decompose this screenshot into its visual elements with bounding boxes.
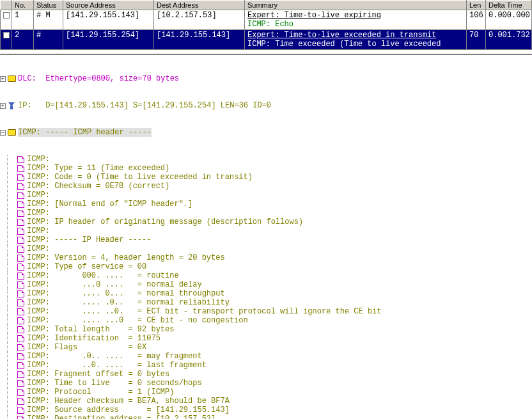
document-icon <box>16 218 25 226</box>
document-icon <box>16 415 25 419</box>
decode-line[interactable]: ICMP: IP header of originating message (… <box>0 217 532 226</box>
cell-no: 2 <box>12 30 34 50</box>
cell-checkbox[interactable] <box>1 30 12 50</box>
filter-icon <box>7 102 16 109</box>
decode-line-text: ICMP: Protocol = 1 (ICMP) <box>27 388 174 397</box>
decode-line-text: ICMP: ...0 .... = normal delay <box>27 280 202 289</box>
decode-line[interactable]: ICMP: .... ...0 = CE bit - no congestion <box>0 316 532 325</box>
col-dst[interactable]: Dest Address <box>154 1 245 10</box>
decode-line[interactable]: ICMP: Checksum = 0E7B (correct) <box>0 182 532 191</box>
cell-len: 106 <box>467 10 486 30</box>
decode-line[interactable]: ICMP: ----- IP Header ----- <box>0 235 532 244</box>
decode-line[interactable]: ICMP: Source address = [141.29.155.143] <box>0 406 532 415</box>
document-icon <box>16 397 25 405</box>
expand-icon[interactable]: + <box>0 103 6 109</box>
col-summary[interactable]: Summary <box>245 1 467 10</box>
col-checkbox[interactable] <box>1 1 12 10</box>
decode-line-text: ICMP: Total length = 92 bytes <box>27 325 174 334</box>
document-icon <box>16 299 25 306</box>
decode-line[interactable]: ICMP: ..0. .... = last fragment <box>0 361 532 370</box>
cell-summary: Expert: Time-to-live exceeded in transmi… <box>245 30 467 50</box>
decode-line-text: ICMP: .... 0... = normal throughput <box>27 289 225 298</box>
decode-line-text: ICMP: <box>27 244 50 253</box>
decode-line[interactable]: ICMP: Type of service = 00 <box>0 262 532 271</box>
document-icon <box>16 344 25 351</box>
row-checkbox[interactable] <box>3 12 10 19</box>
decode-line[interactable]: ICMP: Time to live = 0 seconds/hops <box>0 379 532 388</box>
document-icon <box>16 281 25 289</box>
cell-dst: [10.2.157.53] <box>154 10 245 30</box>
decode-line[interactable]: ICMP: .... 0... = normal throughput <box>0 289 532 298</box>
col-status[interactable]: Status <box>34 1 63 10</box>
document-icon <box>16 254 25 262</box>
expand-icon[interactable]: + <box>0 76 6 82</box>
cell-len: 70 <box>467 30 486 50</box>
decode-line[interactable]: ICMP: <box>0 155 532 164</box>
document-icon <box>16 308 25 315</box>
document-icon <box>16 370 25 378</box>
col-src[interactable]: Source Address <box>63 1 154 10</box>
decode-line[interactable]: ICMP: <box>0 226 532 235</box>
cell-delta-time: 0.000.000 <box>486 10 532 30</box>
decode-line-text: ICMP: .... ...0 = CE bit - no congestion <box>27 316 248 325</box>
icmp-header-text: ICMP: ----- ICMP header ----- <box>18 128 152 137</box>
document-icon <box>16 227 25 235</box>
book-icon <box>7 129 16 136</box>
document-icon <box>16 155 25 163</box>
decode-line-text: ICMP: .0.. .... = may fragment <box>27 352 202 361</box>
decode-line[interactable]: ICMP: Destination address = [10.2.157.53… <box>0 415 532 419</box>
col-len[interactable]: Len <box>467 1 486 10</box>
document-icon <box>16 200 25 208</box>
cell-dst: [141.29.155.143] <box>154 30 245 50</box>
decode-line[interactable]: ICMP: Protocol = 1 (ICMP) <box>0 388 532 397</box>
packet-list-table[interactable]: No. Status Source Address Dest Address S… <box>0 0 532 50</box>
decode-line[interactable]: ICMP: Total length = 92 bytes <box>0 325 532 334</box>
decode-line[interactable]: ICMP: Header checksum = BE7A, should be … <box>0 397 532 406</box>
decode-tree[interactable]: + DLC: Ethertype=0800, size=70 bytes + I… <box>0 54 532 419</box>
ip-node[interactable]: + IP: D=[141.29.155.143] S=[141.29.155.2… <box>0 101 532 110</box>
document-icon <box>16 326 25 333</box>
decode-line[interactable]: ICMP: .0.. .... = may fragment <box>0 352 532 361</box>
cell-src: [141.29.155.254] <box>63 30 154 50</box>
document-icon <box>16 272 25 280</box>
decode-line-text: ICMP: IP header of originating message (… <box>27 217 303 226</box>
decode-line[interactable]: ICMP: ...0 .... = normal delay <box>0 280 532 289</box>
document-icon <box>16 352 25 360</box>
ip-text: IP: D=[141.29.155.143] S=[141.29.155.254… <box>18 101 271 110</box>
decode-line[interactable]: ICMP: Fragment offset = 0 bytes <box>0 370 532 379</box>
dlc-node[interactable]: + DLC: Ethertype=0800, size=70 bytes <box>0 74 532 83</box>
col-no[interactable]: No. <box>12 1 34 10</box>
document-icon <box>16 209 25 217</box>
packet-row[interactable]: 1# M[141.29.155.143][10.2.157.53]Expert:… <box>1 10 532 30</box>
decode-line-text: ICMP: Version = 4, header length = 20 by… <box>27 253 225 262</box>
decode-line-text: ICMP: Code = 0 (Time to live exceeded in… <box>27 173 253 182</box>
decode-line[interactable]: ICMP: [Normal end of "ICMP header".] <box>0 200 532 209</box>
decode-line[interactable]: ICMP: Type = 11 (Time exceeded) <box>0 164 532 173</box>
decode-line[interactable]: ICMP: .... .0.. = normal reliability <box>0 298 532 307</box>
collapse-icon[interactable]: − <box>0 130 6 136</box>
document-icon <box>16 191 25 199</box>
document-icon <box>16 406 25 414</box>
decode-line-text: ICMP: <box>27 209 50 217</box>
document-icon <box>16 317 25 324</box>
decode-line[interactable]: ICMP: <box>0 191 532 200</box>
packet-row[interactable]: 2#[141.29.155.254][141.29.155.143]Expert… <box>1 30 532 50</box>
decode-line[interactable]: ICMP: Version = 4, header length = 20 by… <box>0 253 532 262</box>
decode-line[interactable]: ICMP: <box>0 244 532 253</box>
decode-line[interactable]: ICMP: Flags = 0X <box>0 343 532 352</box>
decode-line[interactable]: ICMP: Code = 0 (Time to live exceeded in… <box>0 173 532 182</box>
decode-line[interactable]: ICMP: <box>0 209 532 217</box>
col-delta-time[interactable]: Delta Time <box>486 1 532 10</box>
icmp-node[interactable]: − ICMP: ----- ICMP header ----- <box>0 128 532 137</box>
decode-line[interactable]: ICMP: .... ..0. = ECT bit - transport pr… <box>0 307 532 316</box>
document-icon <box>16 335 25 342</box>
decode-line-text: ICMP: Header checksum = BE7A, should be … <box>27 397 230 406</box>
cell-status: # <box>34 30 63 50</box>
decode-line-text: ICMP: .... ..0. = ECT bit - transport pr… <box>27 307 382 316</box>
decode-line[interactable]: ICMP: 000. .... = routine <box>0 271 532 280</box>
row-checkbox[interactable] <box>3 32 10 38</box>
decode-line-text: ICMP: Type = 11 (Time exceeded) <box>27 164 169 173</box>
cell-checkbox[interactable] <box>1 10 12 30</box>
decode-line[interactable]: ICMP: Identification = 11075 <box>0 334 532 343</box>
cell-summary: Expert: Time-to-live expiringICMP: Echo <box>245 10 467 30</box>
